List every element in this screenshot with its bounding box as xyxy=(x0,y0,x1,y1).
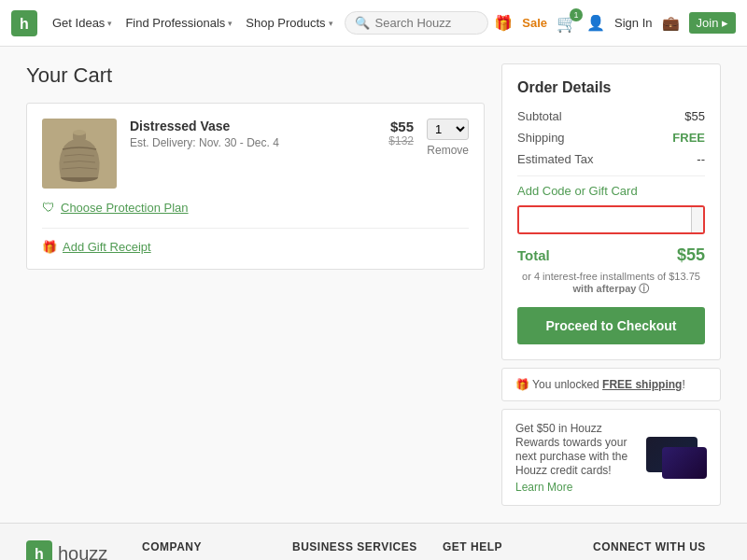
tax-value: -- xyxy=(697,152,705,166)
subtotal-value: $55 xyxy=(684,109,705,123)
cart-title: Your Cart xyxy=(26,63,485,88)
item-orig-price: $132 xyxy=(358,134,414,147)
free-shipping-text: 🎁 You unlocked FREE shipping! xyxy=(515,378,685,391)
remove-link[interactable]: Remove xyxy=(427,144,469,157)
promo-input[interactable] xyxy=(519,207,691,232)
join-button[interactable]: Join ▸ xyxy=(689,12,736,34)
svg-text:h: h xyxy=(20,16,29,32)
subtotal-row: Subtotal $55 xyxy=(517,109,705,123)
user-icon: 👤 xyxy=(586,14,605,32)
nav-find-professionals[interactable]: Find Professionals ▾ xyxy=(120,12,238,34)
footer-col-business: BUSINESS SERVICES For Professionals Remo… xyxy=(292,540,420,560)
chevron-down-icon: ▾ xyxy=(228,19,233,28)
nav-get-ideas[interactable]: Get Ideas ▾ xyxy=(47,12,118,34)
qty-area: 1 2 3 Remove xyxy=(427,119,469,157)
quantity-select[interactable]: 1 2 3 xyxy=(427,119,469,140)
footer-col-company: COMPANY About Houzz Houzz Credit Cards xyxy=(142,540,270,560)
item-details: Distressed Vase Est. Delivery: Nov. 30 -… xyxy=(130,119,345,157)
cart-section: Your Cart xyxy=(26,63,485,506)
footer-col-title: COMPANY xyxy=(142,540,270,553)
total-label: Total xyxy=(517,247,550,263)
shield-icon: 🛡 xyxy=(42,200,55,215)
item-price-area: $55 $132 xyxy=(358,119,414,147)
protection-plan-link[interactable]: Choose Protection Plan xyxy=(61,201,189,215)
gift-receipt-row: 🎁 Add Gift Receipt xyxy=(42,228,469,254)
shipping-value: FREE xyxy=(672,131,705,145)
order-title: Order Details xyxy=(517,79,705,96)
order-details-section: Order Details Subtotal $55 Shipping FREE… xyxy=(501,63,721,506)
search-bar: 🔍 xyxy=(345,11,489,35)
tax-row: Estimated Tax -- xyxy=(517,152,705,166)
shipping-row: Shipping FREE xyxy=(517,131,705,145)
logo-icon: h xyxy=(11,10,37,36)
main-content: Your Cart xyxy=(0,47,747,523)
vase-svg xyxy=(49,123,110,184)
free-shipping-box: 🎁 You unlocked FREE shipping! xyxy=(501,368,721,401)
cart-badge: 1 xyxy=(570,8,583,21)
briefcase-icon: 💼 xyxy=(662,15,680,32)
shipping-label: Shipping xyxy=(517,131,565,145)
cart-item-row: Distressed Vase Est. Delivery: Nov. 30 -… xyxy=(42,119,469,189)
rewards-box: Get $50 in Houzz Rewards towards your ne… xyxy=(501,409,721,506)
protection-plan-row: 🛡 Choose Protection Plan xyxy=(42,200,469,215)
sale-link[interactable]: Sale xyxy=(522,16,547,30)
svg-text:h: h xyxy=(35,546,44,560)
chevron-down-icon: ▾ xyxy=(107,19,112,28)
main-nav: Get Ideas ▾ Find Professionals ▾ Shop Pr… xyxy=(47,12,339,34)
promo-input-row: Apply xyxy=(517,205,705,234)
footer-logo-text: houzz xyxy=(58,543,107,561)
card-back xyxy=(662,447,707,479)
chevron-down-icon: ▾ xyxy=(329,19,333,28)
footer-col-title: BUSINESS SERVICES xyxy=(292,540,420,553)
learn-more-link[interactable]: Learn More xyxy=(515,481,637,494)
footer-logo-icon: h xyxy=(26,540,52,560)
total-value: $55 xyxy=(677,245,705,265)
gift-icon: 🎁 xyxy=(494,14,513,32)
item-name: Distressed Vase xyxy=(130,119,345,133)
item-price: $55 xyxy=(358,119,414,134)
footer: h houzz 🇺🇸 United States ▾ COMPANY About… xyxy=(0,523,747,560)
item-image xyxy=(42,119,117,189)
search-icon: 🔍 xyxy=(355,16,370,30)
header-right: 🎁 Sale 🛒 1 👤 Sign In 💼 Join ▸ xyxy=(494,12,736,34)
cart-icon-wrap[interactable]: 🛒 1 xyxy=(557,13,577,34)
svg-point-4 xyxy=(73,130,86,135)
divider xyxy=(517,175,705,176)
tax-label: Estimated Tax xyxy=(517,152,593,166)
footer-col-social: CONNECT WITH US Houzz Blog xyxy=(593,540,721,560)
nav-shop-products[interactable]: Shop Products ▾ xyxy=(240,12,338,34)
order-box: Order Details Subtotal $55 Shipping FREE… xyxy=(501,63,721,360)
header: h Get Ideas ▾ Find Professionals ▾ Shop … xyxy=(0,0,747,47)
rewards-text: Get $50 in Houzz Rewards towards your ne… xyxy=(515,421,637,494)
cart-item-box: Distressed Vase Est. Delivery: Nov. 30 -… xyxy=(26,103,485,270)
footer-col-title: GET HELP xyxy=(443,540,571,553)
subtotal-label: Subtotal xyxy=(517,109,562,123)
sign-in-link[interactable]: Sign In xyxy=(614,16,652,30)
search-input[interactable] xyxy=(375,16,479,30)
footer-col-title: CONNECT WITH US xyxy=(593,540,721,553)
footer-brand: h houzz 🇺🇸 United States ▾ xyxy=(26,540,120,560)
total-row: Total $55 xyxy=(517,245,705,265)
logo[interactable]: h xyxy=(11,10,37,36)
credit-card-image: ⬤ xyxy=(646,437,707,479)
gift-receipt-link[interactable]: Add Gift Receipt xyxy=(63,240,151,254)
promo-link[interactable]: Add Code or Gift Card xyxy=(517,184,705,198)
apply-button[interactable]: Apply xyxy=(691,207,705,232)
footer-logo[interactable]: h houzz xyxy=(26,540,120,560)
gift-receipt-icon: 🎁 xyxy=(42,240,57,254)
item-delivery: Est. Delivery: Nov. 30 - Dec. 4 xyxy=(130,136,345,149)
footer-col-help: GET HELP Your Orders Shipping & Delivery xyxy=(443,540,571,560)
checkout-button[interactable]: Proceed to Checkout xyxy=(517,307,705,344)
afterpay-text: or 4 interest-free installments of $13.7… xyxy=(517,271,705,296)
